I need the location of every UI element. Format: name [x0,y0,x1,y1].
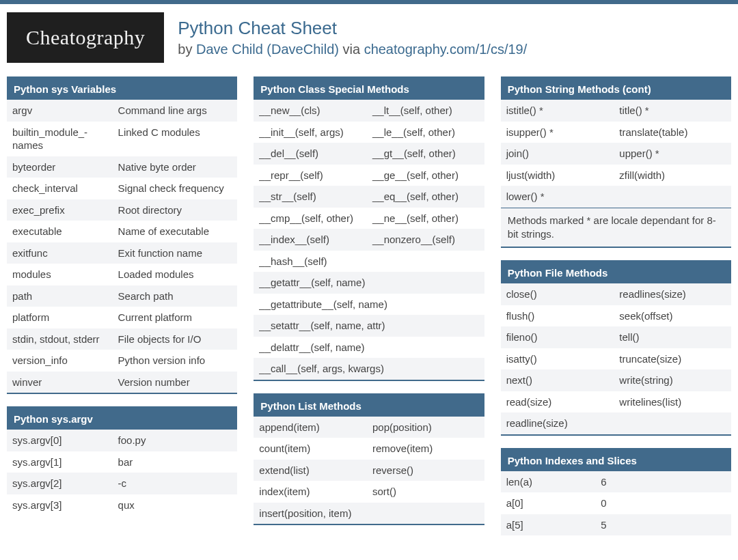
table-row: istitle() *title() * [501,100,731,122]
author-link[interactable]: Dave Child (DaveChild) [196,42,339,57]
cell: tell() [619,331,726,344]
cell: Loaded modules [118,268,232,281]
table-row: len(a)6 [501,471,731,493]
table-row: version_infoPython version info [7,350,237,372]
cell: close() [506,288,613,301]
card-header: Python Indexes and Slices [501,450,731,471]
cell: __del__(self) [259,147,366,160]
card-indexes: Python Indexes and Slices len(a)6a[0]0a[… [501,448,731,536]
cell: remove(item) [372,442,479,456]
cell: Root directory [118,204,232,217]
cell: __cmp__(self, other) [259,212,366,225]
table-row: __del__(self)__gt__(self, other) [254,143,484,165]
table-row: __repr__(self)__ge__(self, other) [254,165,484,186]
cell: foo.py [118,434,232,447]
table-row: lower() * [501,186,731,208]
card-body: argvCommand line argsbuiltin_module_-nam… [7,100,237,393]
card-header: Python File Methods [501,262,731,283]
card-header: Python List Methods [254,395,484,417]
table-row: __getattribute__(self, name) [254,294,484,316]
cell: platform [12,311,111,324]
table-row: read(size)writelines(list) [501,391,731,413]
card-header: Python sys.argv [7,408,237,430]
via-label: via [339,42,364,57]
table-row: __init__(self, args)__le__(self, other) [254,122,484,143]
table-row: __getattr__(self, name) [254,272,484,294]
cell: Signal check frequency [118,182,232,195]
cell: count(item) [259,442,366,456]
table-row: exitfuncExit function name [7,242,237,264]
card-body: append(item)pop(position)count(item)remo… [254,417,484,524]
card-special-methods: Python Class Special Methods __new__(cls… [254,76,484,381]
table-row: __call__(self, args, kwargs) [254,358,484,380]
cell: next() [506,374,613,387]
table-row: next()write(string) [501,369,731,391]
cell: sys.argv[0] [12,434,111,447]
table-row: byteorderNative byte order [7,156,237,178]
cell: __setattr__(self, name, attr) [259,319,478,333]
cell: Command line args [118,104,232,117]
cell: lower() * [506,190,726,204]
table-row: readline(size) [501,412,731,434]
cell: bar [118,456,232,469]
cell: __ge__(self, other) [372,169,479,182]
cell: version_info [12,354,111,367]
cell: 0 [601,496,726,510]
cell: Exit function name [118,247,232,260]
cell: qux [118,499,232,512]
cell: Linked C modules [118,126,232,152]
page-title: Python Cheat Sheet [178,18,527,39]
table-row: join()upper() * [501,143,731,165]
table-row: a[0]0 [501,492,731,514]
cell: flush() [506,309,613,323]
column-2: Python Class Special Methods __new__(cls… [254,76,484,537]
cell: __eq__(self, other) [372,190,479,204]
cell: __delattr__(self, name) [259,341,478,354]
url-link[interactable]: cheatography.com/1/cs/19/ [364,42,528,57]
table-row: modulesLoaded modules [7,264,237,285]
table-row: __hash__(self) [254,251,484,272]
table-row: isupper() *translate(table) [501,122,731,143]
header: Cheatography Python Cheat Sheet by Dave … [0,4,738,70]
table-row: count(item)remove(item) [254,438,484,460]
table-row: append(item)pop(position) [254,417,484,438]
card-body: len(a)6a[0]0a[5]5 [501,471,731,536]
cell: pop(position) [372,421,479,434]
card-body: close()readlines(size)flush()seek(offset… [501,283,731,434]
column-1: Python sys Variables argvCommand line ar… [7,76,237,528]
cell: truncate(size) [619,352,726,366]
by-label: by [178,42,196,57]
cell: translate(table) [619,126,726,139]
cell: builtin_module_-names [12,126,111,152]
card-string-methods: Python String Methods (cont) istitle() *… [501,76,731,248]
table-row: fileno()tell() [501,326,731,348]
cell: Search path [118,290,232,303]
cell: isatty() [506,352,613,366]
cell: a[5] [506,518,594,532]
table-row: extend(list)reverse() [254,460,484,481]
cell: index(item) [259,485,366,499]
cell: upper() * [619,147,726,160]
cell: len(a) [506,475,594,489]
title-block: Python Cheat Sheet by Dave Child (DaveCh… [178,18,527,57]
card-body: istitle() *title() *isupper() *translate… [501,100,731,208]
cell: exitfunc [12,247,111,260]
cell: __lt__(self, other) [372,104,479,117]
table-row: pathSearch path [7,285,237,307]
table-row: check_intervalSignal check frequency [7,178,237,199]
table-row: sys.argv[3]qux [7,494,237,516]
table-row: index(item)sort() [254,481,484,503]
card-list-methods: Python List Methods append(item)pop(posi… [254,393,484,526]
cell: __gt__(self, other) [372,147,479,160]
cell: executable [12,225,111,238]
card-file-methods: Python File Methods close()readlines(siz… [501,260,731,436]
cell: __new__(cls) [259,104,366,117]
cell: fileno() [506,331,613,344]
cell: sys.argv[2] [12,477,111,490]
cell: __call__(self, args, kwargs) [259,362,478,376]
card-body: __new__(cls)__lt__(self, other)__init__(… [254,100,484,380]
table-row: __cmp__(self, other)__ne__(self, other) [254,208,484,229]
table-row: insert(position, item) [254,503,484,524]
table-row: stdin, stdout, stderrFile objects for I/… [7,328,237,350]
cell: sys.argv[1] [12,456,111,469]
